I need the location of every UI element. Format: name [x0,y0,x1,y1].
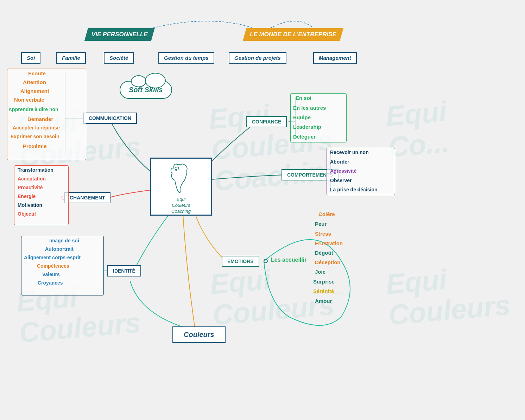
comm-non-verbale: Non verbale [14,97,44,103]
comm-ecoute: Ecoute [28,70,46,76]
box-management: Management [313,52,357,64]
id-alignement: Alignement corps-esprit [24,255,81,260]
node-couleurs: Couleurs [172,326,226,343]
comm-alignement: Alignement [20,88,49,94]
conf-en-autres: En les autres [293,105,326,111]
conf-en-soi: En soi [296,95,311,101]
central-logo-box: EquiCouleursCoaching [150,158,212,216]
box-famille: Famille [56,52,86,64]
comm-accepter: Accepter la réponse [13,125,60,131]
node-changement: CHANGEMENT [64,192,110,203]
id-valeurs: Valeurs [42,272,60,277]
ch-transformation: Transformation [18,167,53,173]
emo-frustration: Frustration [315,240,343,246]
id-croyances: Croyances [38,280,63,286]
comp-recevoir: Recevoir un non [330,149,369,155]
ch-energie: Energie [18,193,36,199]
svg-point-14 [175,169,177,171]
emo-stress: Stress [315,231,331,237]
node-emotions: EMOTIONS [222,256,259,267]
id-autoportrait: Autoportrait [45,246,74,252]
ch-objectif: Objectif [18,211,36,217]
cloud-soft-skills: Soft Skills [120,81,172,99]
node-identite: IDENTITÉ [107,265,141,276]
conf-leadership: Leadership [293,124,321,130]
banner-monde-entreprise: LE MONDE DE L'ENTREPRISE [243,28,343,41]
comp-prise-decision: La prise de décision [330,187,378,192]
emo-peur: Peur [315,221,327,227]
comm-demander: Demander [27,116,53,122]
comp-agressivite: Agressivité [330,168,356,174]
comm-proxemie: Proxémie [23,143,47,149]
id-competences: Compétences [37,263,69,269]
emo-deception: Déception [315,259,341,265]
banner-vie-personnelle: VIE PERSONNELLE [84,28,155,41]
serenite-underline [313,293,343,293]
emo-amour: Amour [315,298,332,304]
emo-joie: Joie [315,269,325,275]
comm-apprendre: Apprendre à dire non [8,107,58,112]
ch-motivation: Motivation [18,202,42,208]
emotions-les-accueillir: Les accueillir [271,257,306,263]
box-gestion-temps: Gestion du temps [158,52,214,64]
svg-point-8 [264,259,267,263]
box-soi: Soi [21,52,40,64]
comp-aborder: Aborder [330,159,349,165]
node-communication: COMMUNICATION [83,113,137,124]
box-gestion-projets: Gestion de projets [229,52,286,64]
comm-exprimer: Exprimer son besoin [11,134,59,139]
id-image-soi: Image de soi [49,238,79,243]
emo-degout: Dégoût [315,250,333,256]
ch-acceptation: Acceptation [18,176,46,182]
emo-colere: Colère [318,211,335,217]
node-confiance: CONFIANCE [246,116,287,127]
comm-attention: Attention [23,79,46,85]
logo-text: EquiCouleursCoaching [171,197,191,215]
box-societe: Société [104,52,134,64]
ch-proactivite: Proactivité [18,185,43,190]
conf-equipe: Equipe [293,114,311,120]
emo-surprise: Surprise [313,279,335,285]
comp-observer: Observer [330,178,352,183]
conf-deleguer: Déléguer [293,134,316,140]
